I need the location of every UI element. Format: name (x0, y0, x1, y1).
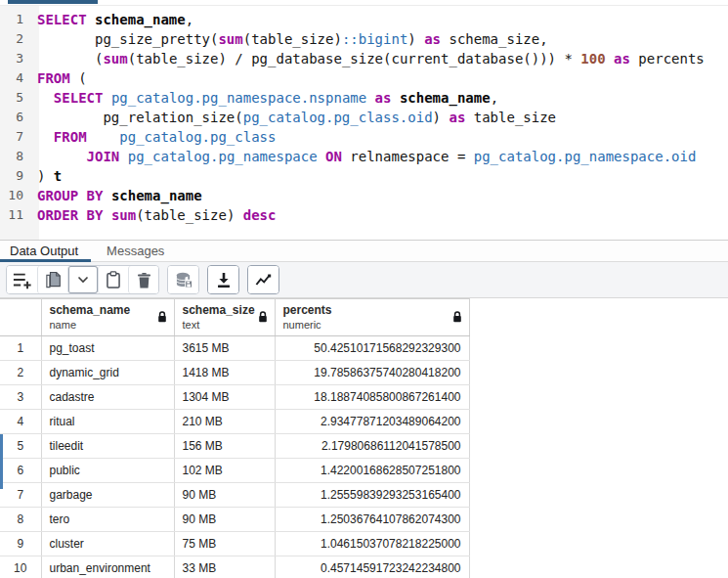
code-text: SELECT schema_name, (37, 10, 193, 29)
cell-percents[interactable]: 1.04615037078218225000 (275, 532, 469, 556)
paste-icon (106, 271, 121, 289)
code-line[interactable]: 4FROM ( (0, 68, 728, 88)
code-text: JOIN pg_catalog.pg_namespace ON relnames… (37, 147, 696, 166)
pgadmin-query-tool: { "colors": { "accent_blue": "#2f5e86", … (0, 0, 728, 578)
result-panel-tabs: Data Output Messages (0, 241, 728, 262)
cell-schema-name[interactable]: urban_environment (41, 556, 174, 578)
data-output-toolbar (0, 262, 728, 298)
table-row: 5tileedit156 MB2.17980686112041578500 (0, 434, 469, 459)
cell-schema-name[interactable]: dynamic_grid (41, 361, 174, 385)
line-number: 8 (0, 147, 31, 166)
tab-data-output[interactable]: Data Output (0, 241, 91, 261)
lock-icon (452, 309, 462, 327)
cell-schema-name[interactable]: cadastre (41, 385, 174, 410)
cell-schema-size[interactable]: 33 MB (174, 556, 275, 578)
cell-schema-name[interactable]: public (41, 459, 174, 483)
grid-corner-cell[interactable] (0, 299, 41, 336)
delete-row-button[interactable] (128, 266, 158, 293)
code-line[interactable]: 11ORDER BY sum(table_size) desc (0, 205, 728, 225)
row-number-cell[interactable]: 9 (0, 532, 41, 556)
column-name: schema_name (50, 303, 154, 318)
cell-schema-name[interactable]: tero (41, 508, 174, 532)
row-number-cell[interactable]: 6 (0, 459, 41, 483)
editor-top-divider (0, 5, 728, 6)
cell-percents[interactable]: 1.25036764107862074300 (275, 508, 469, 532)
add-row-button[interactable] (7, 266, 37, 293)
tab-messages[interactable]: Messages (97, 241, 177, 261)
row-number-cell[interactable]: 5 (0, 434, 41, 459)
graph-button-group (247, 265, 279, 294)
code-text: pg_relation_size(pg_catalog.pg_class.oid… (37, 108, 556, 127)
cell-schema-name[interactable]: tileedit (41, 434, 174, 459)
grid-header-row: schema_namenameschema_sizetextpercentsnu… (0, 299, 469, 336)
code-line[interactable]: 8 JOIN pg_catalog.pg_namespace ON relnam… (0, 147, 728, 166)
code-line[interactable]: 7 FROM pg_catalog.pg_class (0, 127, 728, 147)
cell-percents[interactable]: 1.25559839293253165400 (275, 483, 469, 508)
column-header-schema_size[interactable]: schema_sizetext (174, 299, 275, 336)
line-number: 4 (0, 68, 31, 88)
sql-editor[interactable]: 1SELECT schema_name,2 pg_size_pretty(sum… (0, 0, 728, 241)
cell-schema-name[interactable]: ritual (41, 410, 174, 434)
row-number-cell[interactable]: 1 (0, 336, 41, 361)
line-number: 2 (0, 29, 31, 49)
cell-schema-size[interactable]: 102 MB (174, 459, 275, 483)
sql-code[interactable]: 1SELECT schema_name,2 pg_size_pretty(sum… (0, 10, 728, 225)
code-line[interactable]: 1SELECT schema_name, (0, 10, 728, 29)
code-text: ) t (37, 166, 62, 186)
copy-options-button[interactable] (67, 266, 98, 293)
cell-schema-size[interactable]: 90 MB (174, 508, 275, 532)
cell-schema-size[interactable]: 75 MB (174, 532, 275, 556)
code-line[interactable]: 9) t (0, 166, 728, 186)
cell-percents[interactable]: 50.42510171568292329300 (275, 336, 469, 361)
cell-schema-name[interactable]: garbage (41, 483, 174, 508)
copy-button[interactable] (37, 266, 67, 293)
line-number: 3 (0, 49, 31, 68)
cell-percents[interactable]: 0.45714591723242234800 (275, 556, 469, 578)
cell-schema-size[interactable]: 1418 MB (174, 361, 275, 385)
scroll-position-indicator (0, 434, 3, 489)
row-number-cell[interactable]: 8 (0, 508, 41, 532)
code-line[interactable]: 5 SELECT pg_catalog.pg_namespace.nspname… (0, 88, 728, 108)
cell-schema-size[interactable]: 1304 MB (174, 385, 275, 410)
row-number-cell[interactable]: 7 (0, 483, 41, 508)
cell-percents[interactable]: 19.78586375740280418200 (275, 361, 469, 385)
row-number-cell[interactable]: 4 (0, 410, 41, 434)
row-number-cell[interactable]: 10 (0, 556, 41, 578)
line-number: 7 (0, 127, 31, 147)
paste-button[interactable] (98, 266, 128, 293)
lock-icon (258, 309, 268, 327)
cell-schema-size[interactable]: 90 MB (174, 483, 275, 508)
cell-schema-name[interactable]: cluster (41, 532, 174, 556)
cell-percents[interactable]: 2.17980686112041578500 (275, 434, 469, 459)
cell-schema-size[interactable]: 156 MB (174, 434, 275, 459)
table-row: 1pg_toast3615 MB50.42510171568292329300 (0, 336, 469, 361)
table-row: 8tero90 MB1.25036764107862074300 (0, 508, 469, 532)
row-number-cell[interactable]: 3 (0, 385, 41, 410)
column-type: numeric (283, 318, 450, 332)
add-row-icon (13, 271, 32, 289)
column-header-schema_name[interactable]: schema_namename (41, 299, 174, 336)
cell-percents[interactable]: 1.42200168628507251800 (275, 459, 469, 483)
table-row: 9cluster75 MB1.04615037078218225000 (0, 532, 469, 556)
code-line[interactable]: 2 pg_size_pretty(sum(table_size)::bigint… (0, 29, 728, 49)
cell-percents[interactable]: 18.18874085800867261400 (275, 385, 469, 410)
save-results-to-file-button[interactable] (208, 266, 238, 293)
code-text: FROM pg_catalog.pg_class (37, 127, 276, 147)
line-number: 5 (0, 88, 31, 108)
cell-schema-name[interactable]: pg_toast (41, 336, 174, 361)
cell-schema-size[interactable]: 3615 MB (174, 336, 275, 361)
graph-visualiser-button[interactable] (248, 266, 278, 293)
code-line[interactable]: 10GROUP BY schema_name (0, 186, 728, 205)
column-type: name (50, 318, 154, 332)
save-data-changes-button[interactable] (168, 266, 198, 293)
column-header-percents[interactable]: percentsnumeric (275, 299, 469, 336)
cell-schema-size[interactable]: 210 MB (174, 410, 275, 434)
row-number-cell[interactable]: 2 (0, 361, 41, 385)
line-number: 11 (0, 205, 31, 225)
file-button-group (207, 265, 239, 294)
cell-percents[interactable]: 2.93477871203489064200 (275, 410, 469, 434)
copy-icon (45, 271, 62, 289)
code-line[interactable]: 3 (sum(table_size) / pg_database_size(cu… (0, 49, 728, 68)
code-line[interactable]: 6 pg_relation_size(pg_catalog.pg_class.o… (0, 108, 728, 127)
code-text: (sum(table_size) / pg_database_size(curr… (37, 49, 705, 68)
